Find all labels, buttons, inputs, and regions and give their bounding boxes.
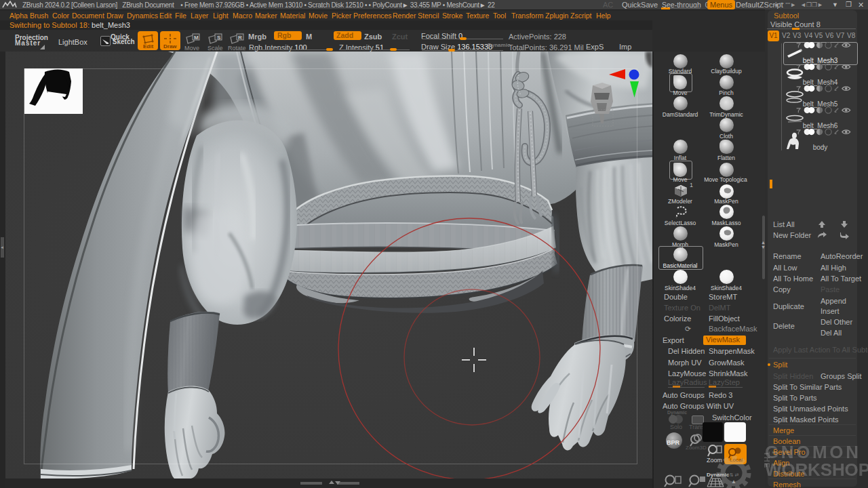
- svg-text:R: R: [238, 35, 242, 41]
- svg-text:Draw: Draw: [163, 43, 177, 49]
- svg-text:Local: Local: [730, 457, 743, 463]
- svg-text:Edit: Edit: [143, 43, 153, 49]
- svg-text:S: S: [217, 35, 221, 41]
- svg-text:M: M: [194, 35, 199, 41]
